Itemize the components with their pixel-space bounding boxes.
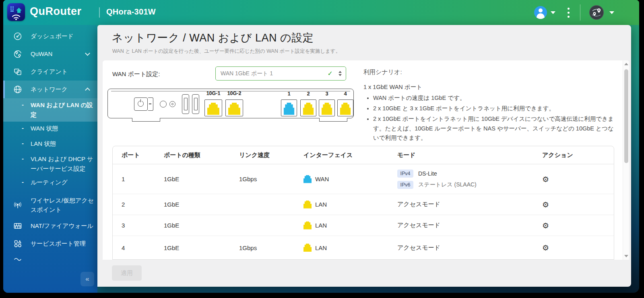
cell-link-speed: 1Gbps xyxy=(230,244,295,251)
cell-port: 1 xyxy=(113,176,155,182)
sidebar-item-routing[interactable]: - ルーティング xyxy=(3,176,97,191)
scenario-bullet-list: WAN ポートの速度は 1GbE です。 2 x 10GbE と 3 x 1Gb… xyxy=(363,93,624,143)
port-settings-gear-icon[interactable]: ⚙ xyxy=(542,221,549,230)
cell-port: 4 xyxy=(113,244,155,251)
sidebar-item-vlan-dhcp[interactable]: - VLAN および DHCP サーバーサービス設定 xyxy=(3,152,97,176)
avatar-head xyxy=(539,8,543,12)
ipv6-mode-value: ステートレス (SLAAC) xyxy=(418,181,477,188)
cell-link-speed: 1Gbps xyxy=(230,176,295,182)
port-4-label: 4 xyxy=(337,91,353,97)
sidebar-item-truncated[interactable] xyxy=(3,252,97,266)
port-settings-gear-icon[interactable]: ⚙ xyxy=(542,175,549,184)
port-2-label: 2 xyxy=(300,91,316,97)
cell-port-type: 1GbE xyxy=(155,222,230,229)
firewall-icon xyxy=(13,221,23,231)
interface-label: LAN xyxy=(315,201,327,208)
cell-port: 2 xyxy=(113,201,155,208)
col-header-port: ポート xyxy=(113,151,155,159)
col-header-action: アクション xyxy=(533,151,614,159)
sub-item-dash: - xyxy=(22,101,24,108)
vertical-scrollbar[interactable] xyxy=(623,60,629,260)
more-options-icon[interactable] xyxy=(568,8,570,18)
cell-mode: アクセスモード xyxy=(388,201,533,208)
avatar-body xyxy=(537,13,545,19)
cell-interface: WAN xyxy=(295,175,388,183)
sub-item-dash: - xyxy=(22,155,24,162)
user-menu-caret-icon[interactable] xyxy=(551,11,555,14)
sidebar-item-wireless-vap[interactable]: ワイヤレス/仮想アクセスポイント xyxy=(3,193,97,217)
port-2-jack xyxy=(300,99,316,116)
region-globe-icon[interactable] xyxy=(589,5,604,20)
wave-icon xyxy=(13,255,23,264)
sidebar-item-wan-status[interactable]: - WAN 状態 xyxy=(3,122,97,137)
wireless-antenna-icon xyxy=(13,200,23,210)
col-header-mode: モード xyxy=(388,151,533,159)
cell-mode: アクセスモード xyxy=(388,221,533,229)
shapes-grid-icon xyxy=(13,239,23,248)
sub-item-dash: - xyxy=(22,178,24,185)
table-row: 1 1GbE 1Gbps WAN IPv4 DS-Lite IPv6 xyxy=(113,164,614,194)
usage-scenario: 利用シナリオ: 1 x 1GbE WAN ポート WAN ポートの速度は 1Gb… xyxy=(363,64,624,144)
cell-port-type: 1GbE xyxy=(155,201,230,208)
sidebar: ダッシュボード QuWAN クライアント ネットワーク xyxy=(3,25,97,293)
device-model-title: QHora-301W xyxy=(106,7,156,17)
scroll-down-arrow-icon[interactable] xyxy=(624,255,628,257)
apply-button[interactable]: 適用 xyxy=(112,265,142,281)
device-foot-right xyxy=(319,118,347,122)
cell-interface: LAN xyxy=(295,221,388,230)
wan-port-select[interactable]: WAN 1GbE ポート 1 ✓ xyxy=(215,66,346,81)
usb-port-1 xyxy=(182,94,189,114)
client-devices-icon xyxy=(13,67,23,77)
page-subtitle: WAN と LAN ポートの設定を行った後、ユーザー要件に応じた別の WAN ポ… xyxy=(112,48,341,55)
sidebar-item-wan-lan-settings[interactable]: - WAN および LAN の設定 xyxy=(3,98,97,122)
sidebar-item-network[interactable]: ネットワーク xyxy=(3,81,97,98)
port-4-jack xyxy=(337,99,353,116)
interface-label: WAN xyxy=(315,176,329,182)
sidebar-item-nat-firewall[interactable]: NAT/ファイアウォール xyxy=(3,217,97,235)
table-row: 2 1GbE LAN アクセスモード ⚙ xyxy=(113,194,614,215)
interface-label: LAN xyxy=(315,222,327,229)
sidebar-item-label: クライアント xyxy=(31,64,97,79)
cell-port-type: 1GbE xyxy=(155,244,230,251)
region-menu-caret-icon[interactable] xyxy=(609,11,614,14)
sub-item-dash: - xyxy=(22,140,24,147)
port-settings-gear-icon[interactable]: ⚙ xyxy=(542,243,549,252)
user-avatar[interactable] xyxy=(534,6,547,19)
port-3-label: 3 xyxy=(319,91,335,97)
cell-interface: LAN xyxy=(295,201,388,209)
port-1-jack-wan xyxy=(281,99,297,116)
app-window: QuRouter QHora-301W xyxy=(3,0,639,293)
port-10g1-jack xyxy=(204,99,222,116)
wan-port-select-value: WAN 1GbE ポート 1 xyxy=(221,70,328,77)
sub-item-dash: - xyxy=(22,124,24,131)
sidebar-item-clients[interactable]: クライアント xyxy=(3,63,97,81)
col-header-interface: インターフェイス xyxy=(295,151,388,159)
col-header-port-type: ポートの種類 xyxy=(155,151,230,159)
port-settings-gear-icon[interactable]: ⚙ xyxy=(542,200,549,209)
device-foot-left xyxy=(132,118,160,122)
topbar-actions xyxy=(534,0,614,25)
reset-button xyxy=(160,101,167,108)
power-switch xyxy=(148,97,153,111)
sidebar-item-service-ports[interactable]: サービスポート管理 xyxy=(3,235,97,252)
wan-port-icon xyxy=(303,175,312,183)
port-10g1-label: 10G-1 xyxy=(204,91,223,96)
sidebar-item-label: NAT/ファイアウォール xyxy=(31,219,97,233)
recessed-button xyxy=(169,101,175,107)
cell-port-type: 1GbE xyxy=(155,176,230,182)
page-title: ネットワーク / WAN および LAN の設定 xyxy=(112,31,314,45)
scroll-up-arrow-icon[interactable] xyxy=(624,63,628,65)
scrollbar-thumb[interactable] xyxy=(624,69,628,163)
sidebar-collapse-button[interactable]: « xyxy=(80,272,94,286)
ipv4-mode-value: DS-Lite xyxy=(418,170,437,177)
sidebar-item-dashboard[interactable]: ダッシュボード xyxy=(3,27,97,45)
topbar-divider xyxy=(99,7,100,18)
globe-pins-icon xyxy=(13,49,23,59)
qurouter-logo-icon[interactable] xyxy=(7,3,25,21)
cell-interface: LAN xyxy=(295,244,388,252)
scenario-bullet: 2 x 10GbE と 3 x 1GbE ポートをイントラネット用に利用できます… xyxy=(373,104,619,113)
network-globe-icon xyxy=(13,85,23,94)
sidebar-item-lan-status[interactable]: - LAN 状態 xyxy=(3,137,97,152)
lan-port-icon xyxy=(303,244,312,252)
sidebar-item-quwan[interactable]: QuWAN xyxy=(3,45,97,63)
